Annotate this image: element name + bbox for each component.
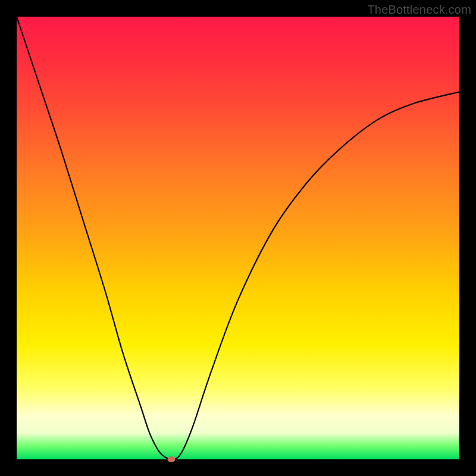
optimum-marker: [168, 456, 176, 462]
bottleneck-curve: [17, 17, 459, 459]
watermark-text: TheBottleneck.com: [367, 3, 471, 17]
chart-plot-area: [17, 17, 459, 459]
